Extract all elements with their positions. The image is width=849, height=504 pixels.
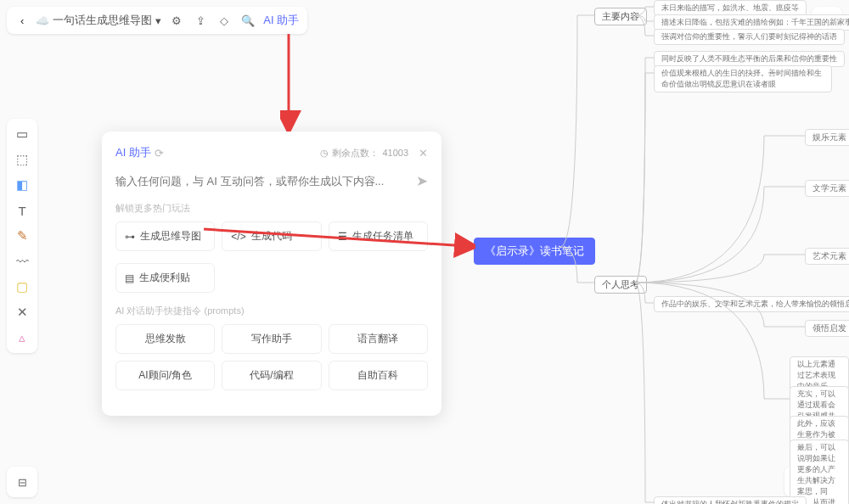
tool-shapes[interactable]: ▵ — [10, 326, 34, 350]
action-sticky[interactable]: ▤生成便利贴 — [115, 263, 215, 293]
tool-pen[interactable]: ✎ — [10, 224, 34, 248]
tool-sticky[interactable]: ▢ — [10, 275, 34, 299]
mindmap-branch-main[interactable]: 主要内容 — [594, 8, 647, 25]
tool-text[interactable]: T — [10, 199, 34, 222]
share-icon[interactable]: ⇪ — [192, 12, 209, 29]
mindmap-label-entertainment[interactable]: 娱乐元素 — [805, 129, 849, 146]
mindmap-leaf[interactable]: 体出对书籍的人我怀创新熟悉事件的规定 — [654, 496, 807, 504]
chevron-down-icon: ▾ — [155, 14, 161, 27]
mindmap-leaf[interactable]: 价值观来根植人的生日的抉择。善时间描绘和生命价值做出明镜反思意识在读者眼 — [654, 65, 832, 92]
prompt-wiki[interactable]: 自助百科 — [329, 361, 428, 390]
ai-input[interactable] — [115, 175, 416, 188]
list-icon: ☰ — [338, 231, 347, 243]
action-code[interactable]: </>生成代码 — [222, 221, 321, 251]
prompt-role[interactable]: AI顾问/角色 — [115, 361, 215, 390]
note-icon: ▤ — [125, 272, 134, 284]
action-tasklist[interactable]: ☰生成任务清单 — [329, 221, 428, 251]
tool-shape[interactable]: ◧ — [10, 173, 34, 197]
mindmap-label-art[interactable]: 艺术元素 — [805, 248, 849, 265]
cloud-icon: ☁️ — [36, 14, 49, 27]
ai-panel: AI 助手 ⟳ ◷ 剩余点数：41003 ✕ ➤ 解锁更多热门玩法 ⊶生成思维导… — [102, 132, 441, 416]
red-arrow-down — [280, 34, 314, 132]
send-icon[interactable]: ➤ — [416, 172, 428, 190]
side-toolbar: ▭ ⬚ ◧ T ✎ 〰 ▢ ✕ ▵ — [7, 119, 37, 353]
prompt-coding[interactable]: 代码/编程 — [222, 361, 321, 390]
credits-display: ◷ 剩余点数：41003 — [320, 147, 408, 160]
back-button[interactable]: ‹ — [15, 13, 29, 29]
hot-actions-label: 解锁更多热门玩法 — [115, 202, 428, 215]
mindmap-label-insight[interactable]: 领悟启发 — [805, 320, 849, 337]
prompt-writing[interactable]: 写作助手 — [222, 324, 321, 354]
close-icon[interactable]: ✕ — [419, 147, 428, 160]
mindmap-leaf[interactable]: 作品中的娱乐、文学和艺术元素，给人带来愉悦的领悟启智 — [654, 296, 849, 312]
settings-icon[interactable]: ⚙ — [168, 12, 185, 29]
panel-toggle[interactable]: ⊟ — [7, 467, 37, 497]
tool-dna[interactable]: ✕ — [10, 300, 34, 324]
refresh-icon[interactable]: ⟳ — [155, 147, 164, 160]
tool-connector[interactable]: 〰 — [10, 249, 34, 273]
prompt-diverge[interactable]: 思维发散 — [115, 324, 215, 354]
tool-select[interactable]: ▭ — [10, 122, 34, 146]
mindmap-root[interactable]: 《启示录》读书笔记 — [474, 238, 595, 265]
search-icon[interactable]: 🔍 — [239, 12, 256, 29]
top-bar: ‹ ☁️ 一句话生成思维导图 ▾ ⚙ ⇪ ◇ 🔍 AI 助手 — [7, 7, 307, 34]
mindmap-branch-thought[interactable]: 个人思考 — [594, 276, 647, 294]
document-title[interactable]: ☁️ 一句话生成思维导图 ▾ — [36, 13, 161, 28]
prompts-label: AI 对话助手快捷指令 (prompts) — [115, 305, 428, 317]
prompt-translate[interactable]: 语言翻译 — [329, 324, 428, 354]
action-mindmap[interactable]: ⊶生成思维导图 — [115, 221, 215, 251]
mindmap-leaf[interactable]: 最后，可以说明如果让更多的人产生共解决方案思，同时，从而进一步改排排乐、文学和写… — [790, 440, 849, 504]
mindmap-label-literature[interactable]: 文学元素 — [805, 180, 849, 197]
ai-panel-title: AI 助手 ⟳ — [115, 145, 164, 160]
tool-crop[interactable]: ⬚ — [10, 148, 34, 171]
code-icon: </> — [231, 231, 245, 243]
tag-icon[interactable]: ◇ — [216, 12, 233, 29]
ai-assistant-link[interactable]: AI 助手 — [263, 13, 299, 28]
mindmap-icon: ⊶ — [125, 231, 135, 243]
clock-icon: ◷ — [320, 148, 329, 159]
mindmap-leaf[interactable]: 强调对信仰的重要性，警示人们要时刻记得神的话语 — [654, 29, 845, 45]
